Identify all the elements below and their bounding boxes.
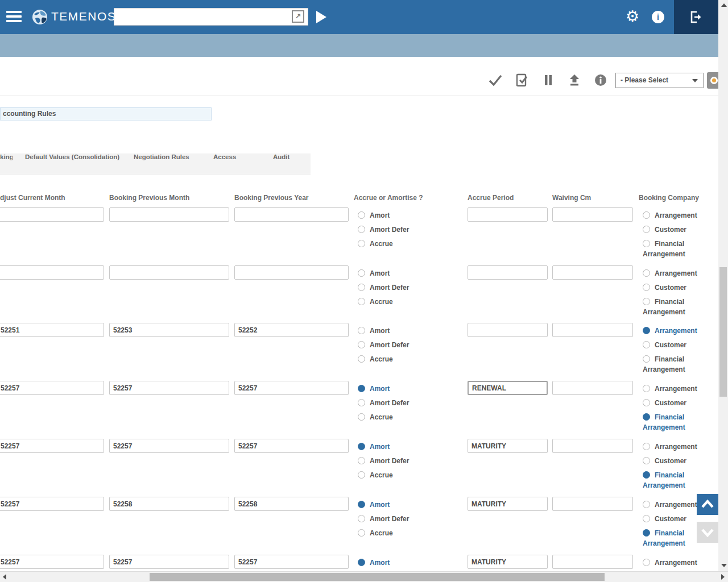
radio-selected-icon[interactable] — [643, 413, 650, 421]
tab-access[interactable]: Access — [213, 153, 236, 174]
booking-previous-month-input[interactable] — [109, 207, 229, 222]
radio-icon[interactable] — [358, 457, 365, 464]
radio-option-arrangement[interactable]: Arrangement — [643, 442, 700, 452]
page-up-button[interactable] — [697, 494, 718, 515]
radio-option-arrangement[interactable]: Arrangement — [643, 384, 700, 394]
commit-button[interactable] — [488, 73, 503, 88]
radio-icon[interactable] — [643, 355, 650, 363]
horizontal-scrollbar[interactable] — [0, 571, 728, 582]
radio-option-financial-arrangement[interactable]: Financial Arrangement — [643, 239, 700, 259]
radio-icon[interactable] — [358, 399, 365, 406]
radio-option-accrue[interactable]: Accrue — [358, 239, 463, 249]
radio-icon[interactable] — [643, 341, 650, 348]
radio-option-customer[interactable]: Customer — [643, 456, 700, 466]
radio-icon[interactable] — [358, 515, 365, 522]
sign-out-button[interactable] — [674, 0, 718, 34]
waiving-cm-input[interactable] — [552, 265, 633, 280]
help-info-icon[interactable]: i — [652, 11, 664, 23]
radio-icon[interactable] — [358, 471, 365, 479]
radio-option-financial-arrangement[interactable]: Financial Arrangement — [643, 354, 700, 375]
booking-previous-month-input[interactable] — [109, 439, 229, 453]
radio-option-accrue[interactable]: Accrue — [358, 528, 463, 538]
radio-icon[interactable] — [358, 240, 365, 247]
radio-icon[interactable] — [358, 284, 365, 291]
booking-previous-month-input[interactable] — [109, 265, 229, 280]
radio-option-amort-defer[interactable]: Amort Defer — [358, 456, 463, 466]
radio-option-customer[interactable]: Customer — [643, 398, 700, 408]
hamburger-menu-icon[interactable] — [6, 11, 22, 23]
adjust-current-month-input[interactable] — [0, 323, 104, 337]
booking-previous-month-input[interactable] — [109, 555, 229, 569]
command-go-icon[interactable]: ↗ — [292, 10, 304, 23]
booking-previous-year-input[interactable] — [234, 439, 349, 453]
scroll-right-arrow[interactable] — [721, 574, 725, 580]
radio-option-arrangement[interactable]: Arrangement — [643, 268, 700, 278]
tab-booking[interactable]: king — [0, 153, 13, 174]
radio-selected-icon[interactable] — [358, 559, 365, 566]
radio-selected-icon[interactable] — [358, 443, 365, 450]
hold-button[interactable] — [541, 73, 556, 88]
radio-option-financial-arrangement[interactable]: Financial Arrangement — [643, 412, 700, 433]
adjust-current-month-input[interactable] — [0, 497, 104, 511]
radio-option-arrangement[interactable]: Arrangement — [643, 500, 700, 510]
adjust-current-month-input[interactable] — [0, 265, 104, 280]
radio-option-customer[interactable]: Customer — [643, 514, 700, 524]
radio-option-amort[interactable]: Amort — [358, 268, 463, 278]
radio-icon[interactable] — [358, 269, 365, 277]
radio-option-amort-defer[interactable]: Amort Defer — [358, 514, 463, 524]
more-actions-select[interactable]: - Please Select — [615, 73, 704, 88]
radio-option-arrangement[interactable]: Arrangement — [643, 210, 700, 221]
tab-default-values-consolidation[interactable]: Default Values (Consolidation) — [25, 153, 119, 174]
radio-option-accrue[interactable]: Accrue — [358, 470, 463, 480]
radio-option-amort-defer[interactable]: Amort Defer — [358, 282, 463, 293]
radio-option-amort[interactable]: Amort — [358, 500, 463, 510]
radio-icon[interactable] — [643, 385, 650, 392]
validate-button[interactable] — [515, 73, 530, 88]
radio-selected-icon[interactable] — [643, 471, 650, 479]
booking-previous-year-input[interactable] — [234, 497, 349, 511]
radio-selected-icon[interactable] — [358, 501, 365, 508]
radio-option-amort-defer[interactable]: Amort Defer — [358, 398, 463, 408]
booking-previous-year-input[interactable] — [234, 265, 349, 280]
radio-icon[interactable] — [643, 457, 650, 464]
waiving-cm-input[interactable] — [552, 323, 633, 337]
accrue-period-input[interactable] — [468, 207, 548, 222]
accrue-period-input[interactable] — [468, 265, 548, 280]
radio-option-financial-arrangement[interactable]: Financial Arrangement — [643, 528, 700, 548]
radio-icon[interactable] — [643, 269, 650, 277]
radio-selected-icon[interactable] — [643, 327, 650, 334]
settings-gear-icon[interactable]: ⚙ — [626, 8, 639, 25]
radio-option-amort[interactable]: Amort — [358, 558, 463, 568]
tab-negotiation-rules[interactable]: Negotiation Rules — [134, 153, 189, 174]
accrue-period-input[interactable] — [468, 555, 548, 569]
horizontal-scroll-thumb[interactable] — [150, 573, 605, 581]
radio-icon[interactable] — [643, 515, 650, 522]
booking-previous-month-input[interactable] — [109, 381, 229, 395]
radio-icon[interactable] — [643, 298, 650, 305]
waiving-cm-input[interactable] — [552, 439, 633, 453]
radio-option-amort[interactable]: Amort — [358, 384, 463, 394]
details-info-button[interactable] — [593, 73, 608, 88]
waiving-cm-input[interactable] — [552, 207, 633, 222]
radio-option-financial-arrangement[interactable]: Financial Arrangement — [643, 470, 700, 490]
radio-option-financial-arrangement[interactable]: Financial Arrangement — [643, 297, 700, 317]
radio-icon[interactable] — [358, 413, 365, 421]
radio-icon[interactable] — [643, 559, 650, 566]
radio-icon[interactable] — [358, 355, 365, 363]
booking-previous-year-input[interactable] — [234, 207, 349, 222]
radio-option-arrangement[interactable]: Arrangement — [643, 558, 700, 568]
booking-previous-month-input[interactable] — [109, 323, 229, 337]
radio-icon[interactable] — [358, 211, 365, 219]
radio-option-accrue[interactable]: Accrue — [358, 297, 463, 307]
tab-audit[interactable]: Audit — [273, 153, 289, 174]
waiving-cm-input[interactable] — [552, 497, 633, 511]
radio-option-accrue[interactable]: Accrue — [358, 354, 463, 364]
booking-previous-year-input[interactable] — [234, 381, 349, 395]
radio-option-amort[interactable]: Amort — [358, 442, 463, 452]
radio-option-amort[interactable]: Amort — [358, 210, 463, 221]
radio-option-amort-defer[interactable]: Amort Defer — [358, 340, 463, 350]
radio-icon[interactable] — [643, 443, 650, 450]
radio-icon[interactable] — [643, 284, 650, 291]
radio-icon[interactable] — [358, 327, 365, 334]
accrue-period-input[interactable] — [468, 497, 548, 511]
